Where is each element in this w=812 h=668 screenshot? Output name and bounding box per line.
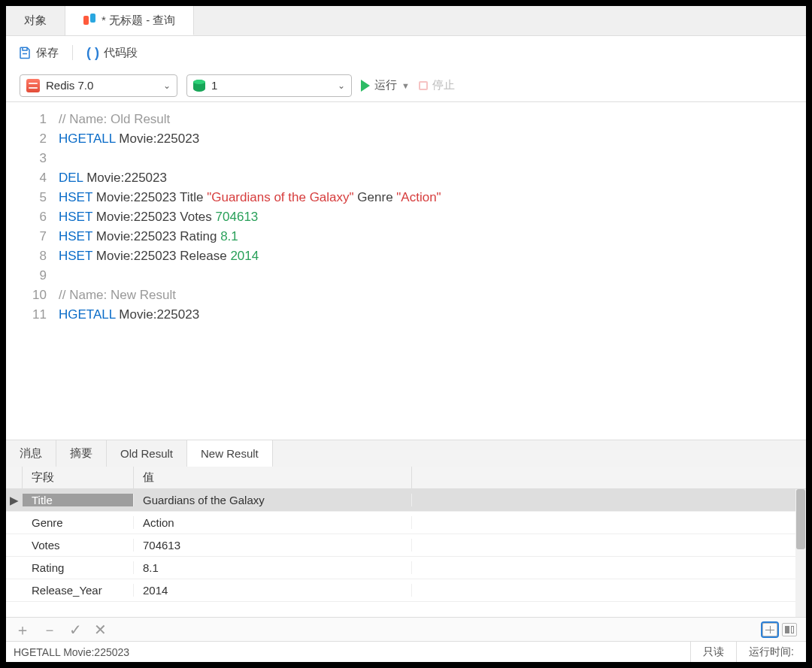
top-tab-bar: 对象 * 无标题 - 查询 [6,6,806,36]
tab-label: 对象 [24,14,47,28]
stop-label: 停止 [432,78,455,92]
form-view-button[interactable] [782,623,797,636]
cell-field[interactable]: Release_Year [23,584,134,597]
col-header-value[interactable]: 值 [134,467,412,488]
redis-icon [26,79,40,92]
status-readonly: 只读 [690,642,736,662]
table-row[interactable]: Rating8.1 [6,557,806,579]
chevron-down-icon: ▼ [401,81,410,90]
view-mode-toggle [762,623,797,636]
status-runtime: 运行时间: [736,642,806,662]
col-header-field[interactable]: 字段 [23,467,134,488]
table-row[interactable]: Votes704613 [6,534,806,557]
result-grid: 字段 值 ▶TitleGuardians of the GalaxyGenreA… [6,467,806,617]
connection-row: Redis 7.0 ⌄ 1 ⌄ 运行 ▼ 停止 [6,69,806,102]
code-content[interactable]: // Name: Old ResultHGETALL Movie:225023 … [59,102,806,440]
cell-value[interactable]: Action [134,516,412,529]
result-tab[interactable]: Old Result [107,440,187,467]
commit-button[interactable]: ✓ [69,622,82,637]
code-editor[interactable]: 1234567891011 // Name: Old ResultHGETALL… [6,102,806,440]
tab-objects[interactable]: 对象 [6,6,65,35]
cell-value[interactable]: 8.1 [134,561,412,574]
snippet-label: 代码段 [104,46,138,60]
stop-button[interactable]: 停止 [419,78,455,92]
save-label: 保存 [36,46,59,60]
row-marker: ▶ [6,494,23,507]
connection-select[interactable]: Redis 7.0 ⌄ [20,74,177,97]
database-icon [193,80,205,92]
play-icon [361,80,370,92]
cell-field[interactable]: Votes [23,539,134,552]
chevron-down-icon: ⌄ [163,80,171,91]
save-button[interactable]: 保存 [18,46,59,60]
chevron-down-icon: ⌄ [338,80,345,91]
line-gutter: 1234567891011 [6,102,59,440]
grid-rows: ▶TitleGuardians of the GalaxyGenreAction… [6,489,806,617]
table-row[interactable]: GenreAction [6,512,806,534]
run-label: 运行 [374,78,397,92]
result-tab[interactable]: 消息 [6,440,56,467]
status-query: HGETALL Movie:225023 [6,646,690,658]
cell-value[interactable]: 704613 [134,539,412,552]
tab-query[interactable]: * 无标题 - 查询 [65,6,194,35]
remove-row-button[interactable]: － [42,622,57,637]
app-window: 对象 * 无标题 - 查询 保存 ( ) 代码段 Redis 7.0 ⌄ [5,5,807,663]
cell-field[interactable]: Title [23,494,134,506]
cell-value[interactable]: Guardians of the Galaxy [134,494,412,506]
database-select[interactable]: 1 ⌄ [186,74,352,97]
database-label: 1 [211,79,217,92]
grid-action-bar: ＋ － ✓ ✕ [6,617,806,641]
discard-button[interactable]: ✕ [94,622,107,637]
vertical-scrollbar[interactable] [795,489,806,617]
divider [72,45,73,60]
table-row[interactable]: Release_Year2014 [6,579,806,602]
cell-field[interactable]: Rating [23,561,134,574]
grid-view-button[interactable] [762,623,777,636]
snippet-button[interactable]: ( ) 代码段 [86,45,138,61]
result-tab[interactable]: New Result [187,440,273,467]
brackets-icon: ( ) [86,45,99,61]
toolbar: 保存 ( ) 代码段 [6,36,806,69]
add-row-button[interactable]: ＋ [15,622,30,637]
save-icon [18,46,32,59]
result-tab-bar: 消息摘要Old ResultNew Result [6,440,806,467]
stop-icon [419,81,428,90]
status-bar: HGETALL Movie:225023 只读 运行时间: [6,641,806,662]
row-marker-header [6,467,23,488]
run-button[interactable]: 运行 ▼ [361,78,410,92]
cell-field[interactable]: Genre [23,516,134,529]
grid-header: 字段 值 [6,467,806,489]
cell-value[interactable]: 2014 [134,584,412,597]
table-row[interactable]: ▶TitleGuardians of the Galaxy [6,489,806,512]
connection-label: Redis 7.0 [46,79,93,92]
tab-label: * 无标题 - 查询 [102,14,175,28]
result-tab[interactable]: 摘要 [56,440,107,467]
query-icon [83,16,95,25]
